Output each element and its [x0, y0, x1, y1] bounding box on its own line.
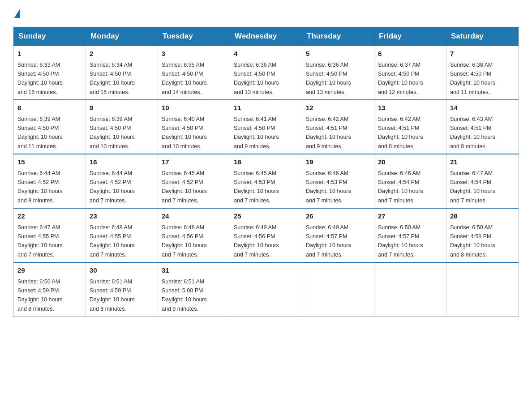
day-info: Sunrise: 6:50 AMSunset: 4:59 PMDaylight:…: [17, 278, 63, 312]
day-number: 15: [17, 157, 82, 167]
day-info: Sunrise: 6:47 AMSunset: 4:55 PMDaylight:…: [17, 224, 63, 258]
day-number: 21: [450, 157, 515, 167]
day-number: 20: [378, 157, 442, 167]
day-info: Sunrise: 6:35 AMSunset: 4:50 PMDaylight:…: [162, 62, 207, 95]
calendar-cell: 18 Sunrise: 6:45 AMSunset: 4:53 PMDaylig…: [230, 154, 302, 208]
day-number: 4: [234, 49, 298, 59]
day-info: Sunrise: 6:44 AMSunset: 4:52 PMDaylight:…: [90, 170, 135, 204]
day-number: 8: [17, 103, 82, 113]
day-number: 6: [378, 49, 442, 59]
day-info: Sunrise: 6:44 AMSunset: 4:52 PMDaylight:…: [17, 170, 63, 204]
calendar-cell: 17 Sunrise: 6:45 AMSunset: 4:52 PMDaylig…: [158, 154, 230, 208]
calendar-cell: 19 Sunrise: 6:46 AMSunset: 4:53 PMDaylig…: [302, 154, 374, 208]
calendar-header-monday: Monday: [86, 27, 158, 46]
calendar-cell: [374, 262, 446, 317]
calendar-header-sunday: Sunday: [14, 27, 86, 46]
calendar-cell: 23 Sunrise: 6:48 AMSunset: 4:55 PMDaylig…: [86, 208, 158, 262]
day-number: 12: [306, 103, 370, 113]
calendar-week-row: 15 Sunrise: 6:44 AMSunset: 4:52 PMDaylig…: [14, 154, 519, 208]
day-number: 7: [450, 49, 515, 59]
calendar-cell: 6 Sunrise: 6:37 AMSunset: 4:50 PMDayligh…: [374, 46, 446, 100]
day-number: 2: [90, 49, 154, 59]
calendar-header-thursday: Thursday: [302, 27, 374, 46]
calendar-week-row: 22 Sunrise: 6:47 AMSunset: 4:55 PMDaylig…: [14, 208, 519, 262]
day-info: Sunrise: 6:50 AMSunset: 4:58 PMDaylight:…: [450, 224, 495, 258]
day-number: 5: [306, 49, 370, 59]
day-info: Sunrise: 6:47 AMSunset: 4:54 PMDaylight:…: [450, 170, 495, 204]
calendar-cell: 4 Sunrise: 6:36 AMSunset: 4:50 PMDayligh…: [230, 46, 302, 100]
calendar-cell: [230, 262, 302, 317]
day-info: Sunrise: 6:45 AMSunset: 4:53 PMDaylight:…: [234, 170, 279, 204]
day-number: 22: [17, 211, 82, 222]
calendar-header-wednesday: Wednesday: [230, 27, 302, 46]
calendar-cell: 12 Sunrise: 6:42 AMSunset: 4:51 PMDaylig…: [302, 100, 374, 154]
day-number: 13: [378, 103, 442, 113]
calendar-cell: 29 Sunrise: 6:50 AMSunset: 4:59 PMDaylig…: [14, 262, 86, 317]
calendar-header-row: SundayMondayTuesdayWednesdayThursdayFrid…: [14, 27, 519, 46]
calendar-cell: 11 Sunrise: 6:41 AMSunset: 4:50 PMDaylig…: [230, 100, 302, 154]
day-number: 30: [90, 265, 154, 276]
day-info: Sunrise: 6:51 AMSunset: 5:00 PMDaylight:…: [162, 278, 207, 312]
day-number: 1: [17, 49, 82, 59]
logo-arrow-icon: [14, 9, 20, 18]
calendar-week-row: 29 Sunrise: 6:50 AMSunset: 4:59 PMDaylig…: [14, 262, 519, 317]
day-number: 31: [162, 265, 226, 276]
day-info: Sunrise: 6:41 AMSunset: 4:50 PMDaylight:…: [234, 116, 279, 150]
day-info: Sunrise: 6:45 AMSunset: 4:52 PMDaylight:…: [162, 170, 207, 204]
day-number: 17: [162, 157, 226, 167]
calendar-cell: 1 Sunrise: 6:33 AMSunset: 4:50 PMDayligh…: [14, 46, 86, 100]
day-info: Sunrise: 6:48 AMSunset: 4:55 PMDaylight:…: [90, 224, 135, 258]
calendar-cell: 21 Sunrise: 6:47 AMSunset: 4:54 PMDaylig…: [446, 154, 519, 208]
calendar-cell: 22 Sunrise: 6:47 AMSunset: 4:55 PMDaylig…: [14, 208, 86, 262]
day-number: 18: [234, 157, 298, 167]
day-number: 11: [234, 103, 298, 113]
day-number: 26: [306, 211, 370, 222]
day-number: 23: [90, 211, 154, 222]
calendar-cell: 2 Sunrise: 6:34 AMSunset: 4:50 PMDayligh…: [86, 46, 158, 100]
calendar-cell: [302, 262, 374, 317]
calendar-header-saturday: Saturday: [446, 27, 519, 46]
day-number: 16: [90, 157, 154, 167]
day-number: 10: [162, 103, 226, 113]
calendar-cell: 8 Sunrise: 6:39 AMSunset: 4:50 PMDayligh…: [14, 100, 86, 154]
day-info: Sunrise: 6:34 AMSunset: 4:50 PMDaylight:…: [90, 62, 135, 95]
day-info: Sunrise: 6:36 AMSunset: 4:50 PMDaylight:…: [234, 62, 279, 95]
calendar-cell: 25 Sunrise: 6:49 AMSunset: 4:56 PMDaylig…: [230, 208, 302, 262]
calendar-cell: 15 Sunrise: 6:44 AMSunset: 4:52 PMDaylig…: [14, 154, 86, 208]
calendar-cell: 31 Sunrise: 6:51 AMSunset: 5:00 PMDaylig…: [158, 262, 230, 317]
calendar-week-row: 8 Sunrise: 6:39 AMSunset: 4:50 PMDayligh…: [14, 100, 519, 154]
day-info: Sunrise: 6:42 AMSunset: 4:51 PMDaylight:…: [306, 116, 351, 150]
day-info: Sunrise: 6:51 AMSunset: 4:59 PMDaylight:…: [90, 278, 135, 312]
calendar-cell: 14 Sunrise: 6:43 AMSunset: 4:51 PMDaylig…: [446, 100, 519, 154]
day-number: 29: [17, 265, 82, 276]
day-number: 25: [234, 211, 298, 222]
day-info: Sunrise: 6:48 AMSunset: 4:56 PMDaylight:…: [162, 224, 207, 258]
calendar-cell: 24 Sunrise: 6:48 AMSunset: 4:56 PMDaylig…: [158, 208, 230, 262]
day-info: Sunrise: 6:36 AMSunset: 4:50 PMDaylight:…: [306, 62, 351, 95]
calendar-header-friday: Friday: [374, 27, 446, 46]
day-number: 3: [162, 49, 226, 59]
calendar-cell: 27 Sunrise: 6:50 AMSunset: 4:57 PMDaylig…: [374, 208, 446, 262]
calendar-header-tuesday: Tuesday: [158, 27, 230, 46]
day-info: Sunrise: 6:43 AMSunset: 4:51 PMDaylight:…: [450, 116, 495, 150]
day-info: Sunrise: 6:39 AMSunset: 4:50 PMDaylight:…: [17, 116, 63, 150]
calendar-cell: 13 Sunrise: 6:42 AMSunset: 4:51 PMDaylig…: [374, 100, 446, 154]
day-number: 27: [378, 211, 442, 222]
calendar-cell: 30 Sunrise: 6:51 AMSunset: 4:59 PMDaylig…: [86, 262, 158, 317]
calendar-cell: 9 Sunrise: 6:39 AMSunset: 4:50 PMDayligh…: [86, 100, 158, 154]
day-info: Sunrise: 6:50 AMSunset: 4:57 PMDaylight:…: [378, 224, 423, 258]
calendar-cell: 28 Sunrise: 6:50 AMSunset: 4:58 PMDaylig…: [446, 208, 519, 262]
day-number: 9: [90, 103, 154, 113]
page-header: [13, 9, 519, 19]
day-info: Sunrise: 6:42 AMSunset: 4:51 PMDaylight:…: [378, 116, 423, 150]
day-number: 24: [162, 211, 226, 222]
calendar-cell: 7 Sunrise: 6:38 AMSunset: 4:50 PMDayligh…: [446, 46, 519, 100]
day-number: 28: [450, 211, 515, 222]
calendar-cell: 16 Sunrise: 6:44 AMSunset: 4:52 PMDaylig…: [86, 154, 158, 208]
day-info: Sunrise: 6:39 AMSunset: 4:50 PMDaylight:…: [90, 116, 135, 150]
calendar-cell: 26 Sunrise: 6:49 AMSunset: 4:57 PMDaylig…: [302, 208, 374, 262]
day-info: Sunrise: 6:37 AMSunset: 4:50 PMDaylight:…: [378, 62, 423, 95]
day-number: 19: [306, 157, 370, 167]
calendar-cell: 10 Sunrise: 6:40 AMSunset: 4:50 PMDaylig…: [158, 100, 230, 154]
calendar-cell: 3 Sunrise: 6:35 AMSunset: 4:50 PMDayligh…: [158, 46, 230, 100]
